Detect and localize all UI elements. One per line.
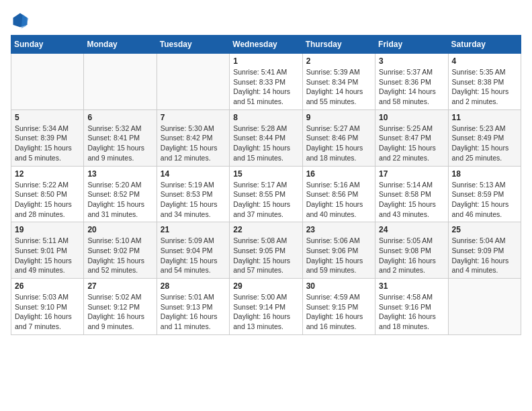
day-info: Sunrise: 5:23 AMSunset: 8:49 PMDaylight:…: [452, 124, 517, 163]
calendar-header-row: SundayMondayTuesdayWednesdayThursdayFrid…: [11, 36, 521, 54]
logo-icon: [11, 11, 30, 30]
day-header-thursday: Thursday: [302, 36, 375, 54]
day-number: 6: [87, 113, 152, 122]
day-info: Sunrise: 5:32 AMSunset: 8:41 PMDaylight:…: [87, 124, 152, 163]
calendar-cell: 28Sunrise: 5:01 AMSunset: 9:13 PMDayligh…: [157, 279, 229, 335]
calendar-cell: 10Sunrise: 5:25 AMSunset: 8:47 PMDayligh…: [375, 109, 448, 166]
calendar-cell: 5Sunrise: 5:34 AMSunset: 8:39 PMDaylight…: [11, 109, 84, 166]
day-number: 8: [233, 113, 298, 122]
calendar-cell: 17Sunrise: 5:14 AMSunset: 8:58 PMDayligh…: [375, 166, 448, 222]
day-info: Sunrise: 5:27 AMSunset: 8:46 PMDaylight:…: [306, 124, 371, 163]
week-row-4: 19Sunrise: 5:11 AMSunset: 9:01 PMDayligh…: [11, 222, 521, 279]
calendar-cell: 1Sunrise: 5:41 AMSunset: 8:33 PMDaylight…: [230, 54, 302, 110]
day-number: 3: [379, 56, 444, 66]
svg-marker-1: [21, 14, 29, 28]
day-info: Sunrise: 5:05 AMSunset: 9:08 PMDaylight:…: [379, 236, 444, 275]
day-number: 21: [161, 225, 226, 234]
week-row-3: 12Sunrise: 5:22 AMSunset: 8:50 PMDayligh…: [11, 166, 521, 222]
day-number: 11: [452, 113, 517, 122]
calendar-cell: 13Sunrise: 5:20 AMSunset: 8:52 PMDayligh…: [84, 166, 157, 222]
day-number: 7: [161, 113, 226, 122]
calendar-cell: 3Sunrise: 5:37 AMSunset: 8:36 PMDaylight…: [375, 54, 448, 110]
day-number: 14: [161, 169, 226, 179]
day-info: Sunrise: 5:37 AMSunset: 8:36 PMDaylight:…: [379, 67, 444, 107]
day-header-monday: Monday: [84, 36, 157, 54]
day-info: Sunrise: 5:02 AMSunset: 9:12 PMDaylight:…: [87, 292, 152, 332]
day-number: 20: [87, 225, 152, 234]
week-row-1: 1Sunrise: 5:41 AMSunset: 8:33 PMDaylight…: [11, 54, 521, 110]
day-info: Sunrise: 4:59 AMSunset: 9:15 PMDaylight:…: [306, 292, 371, 332]
day-info: Sunrise: 5:03 AMSunset: 9:10 PMDaylight:…: [15, 292, 80, 332]
calendar-cell: 24Sunrise: 5:05 AMSunset: 9:08 PMDayligh…: [375, 222, 448, 279]
week-row-5: 26Sunrise: 5:03 AMSunset: 9:10 PMDayligh…: [11, 279, 521, 335]
day-info: Sunrise: 5:20 AMSunset: 8:52 PMDaylight:…: [87, 180, 152, 220]
day-number: 30: [306, 281, 371, 291]
calendar-cell: 11Sunrise: 5:23 AMSunset: 8:49 PMDayligh…: [448, 109, 521, 166]
day-number: 27: [87, 281, 152, 291]
day-info: Sunrise: 5:08 AMSunset: 9:05 PMDaylight:…: [233, 236, 298, 275]
day-number: 1: [233, 56, 298, 66]
day-number: 22: [233, 225, 298, 234]
calendar-cell: 30Sunrise: 4:59 AMSunset: 9:15 PMDayligh…: [302, 279, 375, 335]
day-info: Sunrise: 5:09 AMSunset: 9:04 PMDaylight:…: [161, 236, 226, 275]
calendar-cell: 14Sunrise: 5:19 AMSunset: 8:53 PMDayligh…: [157, 166, 229, 222]
day-info: Sunrise: 5:35 AMSunset: 8:38 PMDaylight:…: [452, 67, 517, 107]
calendar-cell: 22Sunrise: 5:08 AMSunset: 9:05 PMDayligh…: [230, 222, 302, 279]
calendar-cell: [84, 54, 157, 110]
calendar-cell: 27Sunrise: 5:02 AMSunset: 9:12 PMDayligh…: [84, 279, 157, 335]
calendar-cell: 16Sunrise: 5:16 AMSunset: 8:56 PMDayligh…: [302, 166, 375, 222]
day-info: Sunrise: 5:16 AMSunset: 8:56 PMDaylight:…: [306, 180, 371, 220]
page-header: [11, 11, 521, 30]
day-number: 19: [15, 225, 80, 234]
day-number: 4: [452, 56, 517, 66]
calendar-cell: 7Sunrise: 5:30 AMSunset: 8:42 PMDaylight…: [157, 109, 229, 166]
calendar-cell: 25Sunrise: 5:04 AMSunset: 9:09 PMDayligh…: [448, 222, 521, 279]
day-number: 28: [161, 281, 226, 291]
calendar-cell: 21Sunrise: 5:09 AMSunset: 9:04 PMDayligh…: [157, 222, 229, 279]
day-info: Sunrise: 5:41 AMSunset: 8:33 PMDaylight:…: [233, 67, 298, 107]
day-info: Sunrise: 5:10 AMSunset: 9:02 PMDaylight:…: [87, 236, 152, 275]
day-header-sunday: Sunday: [11, 36, 84, 54]
calendar-cell: 12Sunrise: 5:22 AMSunset: 8:50 PMDayligh…: [11, 166, 84, 222]
day-info: Sunrise: 5:17 AMSunset: 8:55 PMDaylight:…: [233, 180, 298, 220]
calendar-cell: [157, 54, 229, 110]
day-info: Sunrise: 5:00 AMSunset: 9:14 PMDaylight:…: [233, 292, 298, 332]
day-number: 16: [306, 169, 371, 179]
calendar-cell: 29Sunrise: 5:00 AMSunset: 9:14 PMDayligh…: [230, 279, 302, 335]
day-info: Sunrise: 5:04 AMSunset: 9:09 PMDaylight:…: [452, 236, 517, 275]
day-number: 15: [233, 169, 298, 179]
week-row-2: 5Sunrise: 5:34 AMSunset: 8:39 PMDaylight…: [11, 109, 521, 166]
day-number: 25: [452, 225, 517, 234]
day-number: 17: [379, 169, 444, 179]
day-info: Sunrise: 4:58 AMSunset: 9:16 PMDaylight:…: [379, 292, 444, 332]
calendar-cell: [11, 54, 84, 110]
day-info: Sunrise: 5:19 AMSunset: 8:53 PMDaylight:…: [161, 180, 226, 220]
day-number: 29: [233, 281, 298, 291]
day-info: Sunrise: 5:28 AMSunset: 8:44 PMDaylight:…: [233, 124, 298, 163]
calendar-cell: 8Sunrise: 5:28 AMSunset: 8:44 PMDaylight…: [230, 109, 302, 166]
calendar-cell: 31Sunrise: 4:58 AMSunset: 9:16 PMDayligh…: [375, 279, 448, 335]
calendar-cell: 23Sunrise: 5:06 AMSunset: 9:06 PMDayligh…: [302, 222, 375, 279]
day-info: Sunrise: 5:01 AMSunset: 9:13 PMDaylight:…: [161, 292, 226, 332]
calendar-cell: 15Sunrise: 5:17 AMSunset: 8:55 PMDayligh…: [230, 166, 302, 222]
calendar-cell: 18Sunrise: 5:13 AMSunset: 8:59 PMDayligh…: [448, 166, 521, 222]
day-number: 18: [452, 169, 517, 179]
day-info: Sunrise: 5:22 AMSunset: 8:50 PMDaylight:…: [15, 180, 80, 220]
calendar-cell: 2Sunrise: 5:39 AMSunset: 8:34 PMDaylight…: [302, 54, 375, 110]
calendar-cell: [448, 279, 521, 335]
day-number: 9: [306, 113, 371, 122]
day-info: Sunrise: 5:11 AMSunset: 9:01 PMDaylight:…: [15, 236, 80, 275]
day-number: 23: [306, 225, 371, 234]
day-info: Sunrise: 5:06 AMSunset: 9:06 PMDaylight:…: [306, 236, 371, 275]
day-number: 26: [15, 281, 80, 291]
day-number: 5: [15, 113, 80, 122]
calendar-cell: 19Sunrise: 5:11 AMSunset: 9:01 PMDayligh…: [11, 222, 84, 279]
day-number: 31: [379, 281, 444, 291]
day-info: Sunrise: 5:25 AMSunset: 8:47 PMDaylight:…: [379, 124, 444, 163]
day-number: 2: [306, 56, 371, 66]
day-number: 13: [87, 169, 152, 179]
day-info: Sunrise: 5:14 AMSunset: 8:58 PMDaylight:…: [379, 180, 444, 220]
day-info: Sunrise: 5:39 AMSunset: 8:34 PMDaylight:…: [306, 67, 371, 107]
day-header-wednesday: Wednesday: [230, 36, 302, 54]
day-header-tuesday: Tuesday: [157, 36, 229, 54]
